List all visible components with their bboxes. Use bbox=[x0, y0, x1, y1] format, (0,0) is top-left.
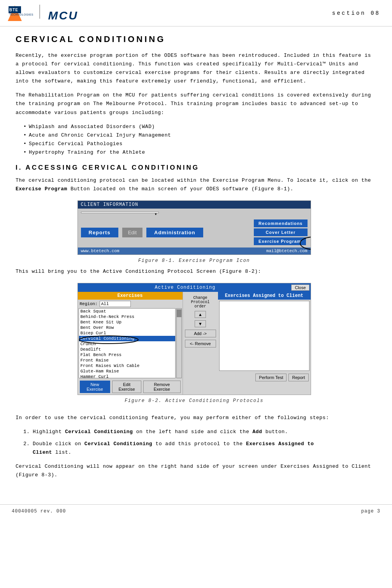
middle-panel: Change Protocol order ▲ ▼ Add -> <- Remo… bbox=[183, 292, 218, 395]
ac-title-bar: Active Conditioning Close bbox=[78, 283, 311, 292]
email-label: mail@btetech.com bbox=[266, 249, 308, 253]
bullet-item-4: Hypertrophy Training for the Athlete bbox=[23, 148, 373, 157]
section1-para: The cervical conditioning protocol can b… bbox=[16, 176, 373, 193]
intro-para-1: Recently, the exercise program portion o… bbox=[16, 51, 373, 86]
intro-para-2: The Rehabilitation Program on the MCU fo… bbox=[16, 91, 373, 117]
assigned-bottom-row: Perform Test Report bbox=[218, 372, 311, 383]
cover-letter-button[interactable]: Cover Letter bbox=[254, 228, 307, 236]
main-content: CERVICAL CONDITIONING Recently, the exer… bbox=[0, 26, 392, 493]
exercises-bottom-row: New Exercise Edit Exercise Remove Exerci… bbox=[78, 379, 183, 395]
report-button[interactable]: Report bbox=[288, 374, 308, 381]
up-arrow-button[interactable]: ▲ bbox=[195, 311, 206, 318]
region-row: Region: All bbox=[78, 300, 183, 308]
page-title: CERVICAL CONDITIONING bbox=[16, 34, 373, 44]
exercises-panel: Exercises Region: All Back Squat Behind-… bbox=[78, 292, 183, 395]
svg-rect-4 bbox=[39, 5, 40, 19]
step2-bold1: Cervical Conditioning bbox=[84, 441, 152, 447]
exercise-program-bold: Exercise Program bbox=[16, 186, 67, 192]
exercise-list-scrollbar[interactable] bbox=[176, 308, 182, 378]
exercises-panel-header: Exercises bbox=[78, 292, 183, 300]
reports-button[interactable]: Reports bbox=[81, 228, 118, 237]
spacer bbox=[16, 407, 373, 414]
client-dropdown[interactable] bbox=[81, 212, 159, 213]
client-info-label: CLIENT INFORMATION bbox=[81, 202, 139, 207]
dropdown-row bbox=[78, 209, 311, 217]
mcu-logo-text: MCU bbox=[39, 4, 78, 22]
bte-logo: BTE TECHNOLOGIES bbox=[8, 5, 35, 21]
figure1-container: CLIENT INFORMATION Reports Edit Administ… bbox=[16, 200, 373, 263]
page-number: page 3 bbox=[361, 509, 380, 514]
section-label: section 08 bbox=[332, 10, 380, 16]
list-item[interactable]: Deadlift bbox=[79, 347, 175, 352]
step-2: Double click on Cervical Conditioning to… bbox=[23, 440, 373, 457]
logo-group: BTE TECHNOLOGIES MCU bbox=[8, 4, 78, 22]
recommendations-button[interactable]: Recommendations bbox=[254, 219, 307, 227]
edit-exercise-button[interactable]: Edit Exercise bbox=[112, 381, 142, 393]
remove-button[interactable]: <- Remove bbox=[185, 340, 216, 348]
bullet-item-1: Whiplash and Associated Disorders (WAD) bbox=[23, 123, 373, 131]
list-item[interactable]: Front Raises With Cable bbox=[79, 363, 175, 369]
list-item[interactable]: Bent Over Row bbox=[79, 325, 175, 330]
scroll-thumb bbox=[177, 309, 181, 317]
remove-exercise-button[interactable]: Remove Exercise bbox=[143, 381, 180, 393]
step1-bold2: Add bbox=[253, 429, 262, 435]
exercise-program-wrap: Exercise Program bbox=[254, 237, 307, 245]
ac-close-button[interactable]: Close bbox=[291, 284, 309, 291]
edit-button[interactable]: Edit bbox=[122, 228, 142, 237]
figure2-caption: Figure 8-2. Active Conditioning Protocol… bbox=[125, 398, 264, 404]
new-exercise-button[interactable]: New Exercise bbox=[80, 381, 110, 393]
main-buttons-row: Reports Edit Administration Recommendati… bbox=[78, 217, 311, 247]
region-label: Region: bbox=[80, 302, 98, 306]
region-dropdown[interactable]: All bbox=[100, 301, 131, 307]
figure1-screenshot: CLIENT INFORMATION Reports Edit Administ… bbox=[77, 200, 311, 255]
closing-para: Cervical Conditioning will now appear on… bbox=[16, 462, 373, 479]
administration-button[interactable]: Administration bbox=[146, 228, 203, 237]
exercise-list-wrap: Back Squat Behind-the-Neck Press Bent Kn… bbox=[78, 308, 183, 379]
cervical-conditioning-item[interactable]: Cervical Conditioning bbox=[79, 336, 175, 341]
add-button[interactable]: Add -> bbox=[185, 330, 216, 337]
list-item[interactable]: Bicep Curl bbox=[79, 330, 175, 336]
doc-number: 40040005 rev. 000 bbox=[12, 509, 66, 514]
list-item[interactable]: Behind-the-Neck Press bbox=[79, 314, 175, 319]
list-item[interactable]: Glute-Ham Raise bbox=[79, 369, 175, 374]
bullet-item-2: Acute and Chronic Cervical Injury Manage… bbox=[23, 131, 373, 140]
list-item[interactable]: Crunch bbox=[79, 341, 175, 347]
exercise-program-button[interactable]: Exercise Program bbox=[254, 237, 306, 245]
perform-test-button[interactable]: Perform Test bbox=[255, 374, 287, 381]
svg-text:BTE: BTE bbox=[9, 8, 18, 12]
figure1-transition: This will bring you to the Active Condit… bbox=[16, 267, 373, 276]
buttons-left: Reports Edit Administration bbox=[81, 228, 251, 237]
figure2-screenshot: Active Conditioning Close Exercises Regi… bbox=[77, 283, 311, 395]
numbered-steps: Highlight Cervical Conditioning on the l… bbox=[23, 428, 373, 456]
mcu-text: MCU bbox=[48, 9, 78, 22]
bullet-list: Whiplash and Associated Disorders (WAD) … bbox=[23, 123, 373, 157]
down-arrow-button[interactable]: ▼ bbox=[195, 320, 206, 327]
website-label: www.btetech.com bbox=[81, 249, 120, 253]
client-info-bar: CLIENT INFORMATION bbox=[78, 201, 311, 209]
figure2-container: Active Conditioning Close Exercises Regi… bbox=[16, 283, 373, 404]
section1-heading: I. ACCESSING CERVICAL CONDITIONING bbox=[16, 164, 373, 172]
ac-title: Active Conditioning bbox=[79, 285, 292, 290]
bte-logo-svg: BTE TECHNOLOGIES bbox=[8, 5, 35, 21]
list-item[interactable]: Hammer Curl bbox=[79, 374, 175, 378]
assigned-panel: Exercises Assigned to Client Perform Tes… bbox=[218, 292, 311, 395]
figure1-caption: Figure 8-1. Exercise Program Icon bbox=[138, 258, 250, 263]
right-buttons: Recommendations Cover Letter Exercise Pr… bbox=[254, 219, 307, 245]
ac-panels: Exercises Region: All Back Squat Behind-… bbox=[78, 292, 311, 395]
footer: 40040005 rev. 000 page 3 bbox=[0, 504, 392, 518]
change-protocol-label: Change Protocol order bbox=[185, 296, 216, 309]
steps-intro: In order to use the cervical conditionin… bbox=[16, 414, 373, 422]
step1-bold1: Cervical Conditioning bbox=[65, 429, 133, 435]
svg-text:TECHNOLOGIES: TECHNOLOGIES bbox=[9, 13, 33, 16]
exercise-list: Back Squat Behind-the-Neck Press Bent Kn… bbox=[79, 308, 176, 378]
assigned-panel-header: Exercises Assigned to Client bbox=[218, 292, 311, 300]
list-item[interactable]: Front Raise bbox=[79, 358, 175, 363]
divider-icon bbox=[39, 4, 40, 19]
bullet-item-3: Specific Cervical Pathologies bbox=[23, 140, 373, 148]
step2-bold2: Exercises Assigned toClient bbox=[33, 441, 314, 455]
list-item[interactable]: Bent Knee Sit Up bbox=[79, 319, 175, 325]
bottom-bar: www.btetech.com mail@btetech.com bbox=[78, 247, 311, 255]
step-1: Highlight Cervical Conditioning on the l… bbox=[23, 428, 373, 436]
list-item[interactable]: Back Squat bbox=[79, 309, 175, 314]
list-item[interactable]: Flat Bench Press bbox=[79, 352, 175, 358]
